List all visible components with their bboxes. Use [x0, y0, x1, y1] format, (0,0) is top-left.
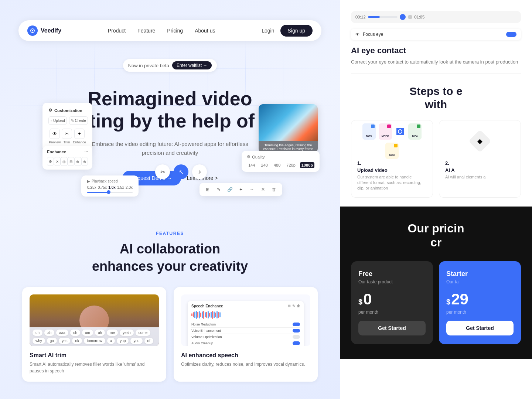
nav-about[interactable]: About us	[195, 28, 215, 34]
voice-enhancement-row: Voice Enhancement	[191, 328, 300, 334]
enhance-icon-6[interactable]: ⊗	[81, 157, 88, 166]
word-bubble: uh	[33, 330, 42, 336]
speech-icon-2: ✎	[292, 304, 295, 308]
logo-icon	[27, 25, 38, 36]
features-section: FEATURES AI collaboration enhances your …	[0, 216, 340, 396]
quality-720p[interactable]: 720p	[285, 162, 297, 168]
speed-2[interactable]: 2.0x	[126, 185, 133, 190]
create-btn[interactable]: ✎Create	[69, 116, 88, 125]
login-button[interactable]: Login	[262, 28, 274, 34]
nav-pricing[interactable]: Pricing	[167, 28, 183, 34]
quality-240[interactable]: 240	[260, 162, 269, 168]
noise-reduction-toggle[interactable]	[293, 323, 300, 326]
enhance-icon-1[interactable]: ⚙	[47, 157, 54, 166]
hero-badge-container: Now in private beta Enter waitlist →	[0, 59, 340, 81]
step-1-visual: MOV MPEG MP4	[357, 126, 427, 156]
feature-cards: uh ah aaa oh um uh me yeah come why go y…	[22, 287, 318, 382]
features-title: AI collaboration enhances your creativit…	[22, 241, 318, 275]
mode-btn-cursor[interactable]: ↖	[174, 164, 188, 179]
quality-144[interactable]: 144	[247, 162, 256, 168]
speed-1[interactable]: 1.0x	[108, 185, 115, 190]
enhance-icon-5[interactable]: ⊕	[74, 157, 81, 166]
quality-480[interactable]: 480	[272, 162, 282, 168]
steps-title: Steps to ewith	[351, 85, 521, 111]
file-icon-mpeg: MPEG	[379, 123, 392, 140]
nav-auth: Login Sign up	[262, 25, 313, 37]
word-bubble: aaa	[56, 330, 68, 336]
toolbar-icon-6[interactable]: ✕	[259, 186, 267, 193]
mode-btn-scissors[interactable]: ✂	[155, 164, 170, 179]
speech-card-desc: Optimizes clarity, reduces noise, and im…	[181, 361, 310, 368]
quality-1080p[interactable]: 1080p	[300, 162, 314, 168]
toolbar-icon-5[interactable]: ↔	[248, 186, 256, 193]
step-2-title: AI A	[445, 167, 515, 173]
speech-card-title: AI enhanced speech	[181, 352, 310, 359]
step-1-title: Upload video	[357, 167, 427, 173]
focus-eye-toggle[interactable]	[506, 32, 516, 37]
quality-card: ⚙ Quality 144 240 480 720p 1080p	[242, 151, 320, 172]
toolbar-icon-1[interactable]: ⊞	[204, 186, 211, 193]
toolbar-icon-2[interactable]: ✎	[215, 186, 222, 193]
step-1-card: MOV MPEG MP4	[351, 120, 433, 198]
word-bubble: yup	[117, 338, 129, 344]
starter-get-started[interactable]: Get Started	[446, 321, 514, 335]
voice-enhancement-toggle[interactable]	[293, 329, 300, 332]
step-1-number: 1.	[357, 160, 427, 166]
features-badge: FEATURES	[22, 231, 318, 236]
ai-eye-section: 00:12 01:05 👁 Focus eye AI eye contact C…	[340, 0, 532, 73]
customization-card: ⚙ Customization ↑Upload ✎Create 👁 Previe…	[42, 103, 92, 151]
nav-product[interactable]: Product	[108, 28, 126, 34]
step-2-number: 2.	[445, 160, 515, 166]
speed-0-75[interactable]: 0.75x	[98, 185, 107, 190]
speed-0-25[interactable]: 0.25x	[87, 185, 96, 190]
pricing-title: Our pricincr	[351, 221, 521, 250]
steps-section: Steps to ewith MOV MPEG	[340, 74, 532, 198]
waitlist-button[interactable]: Enter waitlist →	[172, 61, 212, 69]
focus-eye-row: 👁 Focus eye	[351, 29, 521, 40]
preview-tool[interactable]: 👁 Preview	[49, 129, 61, 144]
word-bubble: come	[136, 330, 150, 336]
enhance-icons: ⚙ ✕ ◎ ⊞ ⊕ ⊗	[47, 157, 88, 166]
enhance-icon-3[interactable]: ◎	[61, 157, 68, 166]
volume-optimization-toggle[interactable]	[293, 335, 300, 339]
enhance-tool[interactable]: ✦ Enhance	[73, 129, 86, 144]
playback-bar-dot	[107, 190, 110, 194]
quality-options: 144 240 480 720p 1080p	[247, 162, 314, 168]
word-bubble: go	[47, 338, 57, 344]
audio-cleanup-toggle[interactable]	[293, 341, 300, 345]
toolbar-icon-3[interactable]: 🔗	[226, 186, 233, 193]
main-section: Veedify Product Feature Pricing About us…	[0, 0, 340, 399]
step-1-desc: Our system are able to handle different …	[357, 174, 427, 191]
nav-links: Product Feature Pricing About us	[108, 27, 215, 34]
word-bubble: a	[107, 338, 115, 344]
transfer-icon	[396, 128, 404, 135]
starter-price: $ 29	[446, 290, 514, 308]
enhance-icon-2[interactable]: ✕	[54, 157, 61, 166]
step-2-desc: AI will anal elements a	[445, 174, 515, 180]
mode-btn-audio[interactable]: ♪	[192, 164, 207, 179]
playback-title: ▶ Playback speed	[87, 179, 133, 183]
toolbar-icon-7[interactable]: 🗑	[270, 186, 278, 193]
audio-cleanup-row: Audio Cleanup	[191, 340, 300, 346]
video-progress: 00:12 01:05	[355, 14, 424, 20]
playback-bar[interactable]	[87, 192, 133, 193]
nav-feature[interactable]: Feature	[137, 28, 155, 34]
word-bubble: me	[107, 330, 118, 336]
playback-speeds: 0.25x 0.75x 1.0x 1.5x 2.0x	[87, 185, 133, 190]
svg-point-1	[32, 30, 33, 31]
word-bubble: ah	[44, 330, 54, 336]
free-get-started[interactable]: Get Started	[358, 321, 426, 335]
speed-1-5[interactable]: 1.5x	[117, 185, 124, 190]
signup-button[interactable]: Sign up	[280, 25, 313, 37]
trim-card-desc: Smart AI automatically removes filler wo…	[30, 361, 159, 374]
enhance-title: Enchance ···	[47, 150, 88, 154]
word-bubble: oh	[70, 330, 80, 336]
logo[interactable]: Veedify	[27, 25, 61, 36]
toolbar-icon-4[interactable]: ✦	[237, 186, 245, 193]
file-icon-mov: MOV	[362, 123, 376, 140]
upload-btn[interactable]: ↑Upload	[48, 116, 67, 125]
speech-inner-title: Speech Enchance ⊞ ✎ 🗑	[191, 304, 300, 308]
word-bubble: uh	[95, 330, 105, 336]
trim-tool[interactable]: ✂ Trim	[62, 129, 72, 144]
enhance-icon-4[interactable]: ⊞	[68, 157, 75, 166]
